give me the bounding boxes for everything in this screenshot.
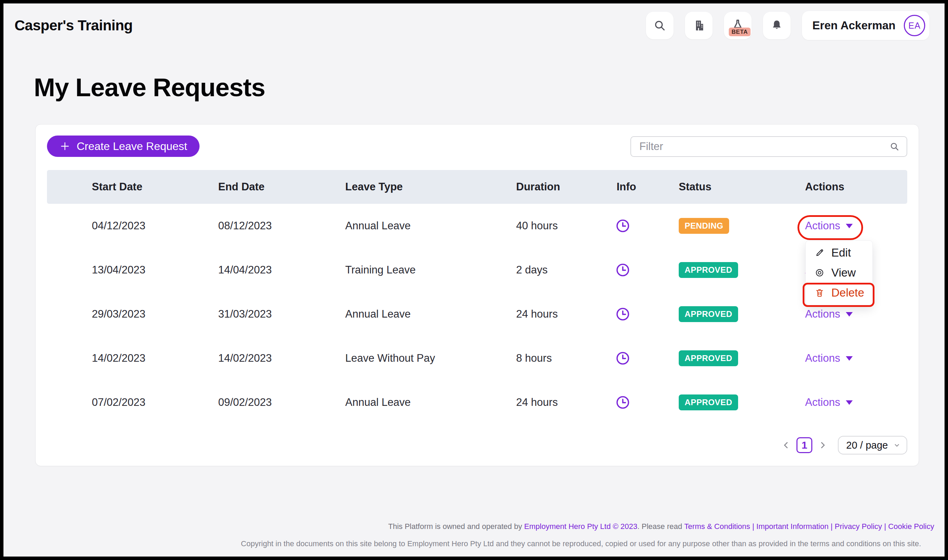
clock-icon [615,218,631,234]
cell-leave-type: Leave Without Pay [345,352,435,365]
footer-text: This Platform is owned and operated by [388,522,524,531]
column-header-end-date: End Date [218,181,264,193]
prev-page-button[interactable] [779,437,793,453]
page-size-value: 20 / page [846,440,888,451]
bell-icon [770,19,783,32]
table-row: 04/12/2023 08/12/2023 Annual Leave 40 ho… [47,204,907,248]
cell-duration: 40 hours [516,220,558,232]
separator: | [750,522,757,531]
next-page-button[interactable] [816,437,829,453]
cell-start-date: 07/02/2023 [92,396,145,409]
search-icon [889,142,900,152]
view-eye-icon [815,268,824,278]
organisation-button[interactable] [685,12,713,39]
create-leave-request-label: Create Leave Request [77,140,187,153]
actions-label: Actions [805,308,840,320]
beta-badge: BETA [729,28,750,36]
chevron-down-icon [846,400,853,405]
create-leave-request-button[interactable]: Create Leave Request [47,135,199,157]
cell-leave-type: Training Leave [345,264,416,276]
footer-text: . Please read [637,522,684,531]
top-bar-actions: BETA Eren Ackerman EA [646,11,929,40]
actions-dropdown-trigger[interactable]: Actions [805,220,853,232]
leave-requests-card: Create Leave Request Start Date End Date… [35,124,919,466]
chevron-down-icon [846,224,853,228]
page-size-select[interactable]: 20 / page [838,436,907,454]
notifications-button[interactable] [763,12,791,39]
table-row: 07/02/2023 09/02/2023 Annual Leave 24 ho… [47,380,907,425]
column-header-start-date: Start Date [92,181,142,193]
page-title: My Leave Requests [34,72,265,103]
cell-leave-type: Annual Leave [345,396,411,409]
chevron-down-icon [846,356,853,361]
search-button[interactable] [646,12,673,39]
app-window: Casper's Training [0,0,948,560]
table-row: 14/02/2023 14/02/2023 Leave Without Pay … [47,336,907,380]
actions-dropdown-trigger[interactable]: Actions [805,352,853,365]
clock-icon [615,350,631,366]
actions-dropdown-trigger[interactable]: Actions [805,308,853,320]
column-header-leave-type: Leave Type [345,181,403,193]
duration-info-button[interactable] [615,306,631,322]
duration-info-button[interactable] [615,350,631,366]
cell-start-date: 13/04/2023 [92,264,145,276]
menu-item-view[interactable]: View [806,263,872,283]
separator: | [829,522,835,531]
status-badge: APPROVED [679,350,738,366]
footer: This Platform is owned and operated by E… [241,522,934,548]
chevron-down-icon [893,441,901,449]
cell-duration: 24 hours [516,308,558,320]
delete-trash-icon [815,288,824,298]
user-name: Eren Ackerman [812,19,896,32]
duration-info-button[interactable] [615,218,631,234]
clock-icon [615,306,631,322]
cell-leave-type: Annual Leave [345,308,411,320]
chevron-left-icon [781,440,791,450]
actions-label: Actions [805,352,840,365]
filter-input[interactable] [630,136,907,157]
duration-info-button[interactable] [615,394,631,410]
table-row: 29/03/2023 31/03/2023 Annual Leave 24 ho… [47,292,907,336]
actions-label: Actions [805,396,840,409]
actions-label: Actions [805,220,840,232]
table-body: 04/12/2023 08/12/2023 Annual Leave 40 ho… [47,204,907,425]
menu-item-edit[interactable]: Edit [806,243,872,263]
cell-duration: 8 hours [516,352,552,365]
duration-info-button[interactable] [615,262,631,278]
cell-end-date: 14/02/2023 [218,352,272,365]
cell-leave-type: Annual Leave [345,220,411,232]
edit-pencil-icon [815,248,824,258]
cell-duration: 2 days [516,264,548,276]
cell-end-date: 14/04/2023 [218,264,272,276]
employment-hero-link[interactable]: Employment Hero Pty Ltd © 2023 [524,522,637,531]
column-header-actions: Actions [805,181,845,193]
avatar-initials: EA [908,21,920,31]
terms-conditions-link[interactable]: Terms & Conditions [684,522,750,531]
cell-end-date: 08/12/2023 [218,220,272,232]
separator: | [882,522,888,531]
footer-line2: Copyright in the documents on this site … [241,539,934,548]
clock-icon [615,394,631,410]
user-menu[interactable]: Eren Ackerman EA [802,11,929,40]
cell-start-date: 29/03/2023 [92,308,145,320]
privacy-policy-link[interactable]: Privacy Policy [835,522,882,531]
status-badge: APPROVED [679,394,738,410]
cookie-policy-link[interactable]: Cookie Policy [888,522,934,531]
actions-dropdown-trigger[interactable]: Actions [805,396,853,409]
current-page-button[interactable]: 1 [797,437,812,453]
menu-item-delete[interactable]: Delete [806,283,872,303]
pagination: 1 20 / page [779,436,907,454]
table-header: Start Date End Date Leave Type Duration … [47,170,907,204]
clock-icon [615,262,631,278]
column-header-duration: Duration [516,181,560,193]
important-information-link[interactable]: Important Information [757,522,829,531]
status-badge: APPROVED [679,306,738,322]
labs-button[interactable]: BETA [724,12,752,39]
filter-field [630,136,907,157]
menu-item-view-label: View [831,266,856,279]
avatar: EA [904,15,925,36]
cell-start-date: 04/12/2023 [92,220,145,232]
column-header-info: Info [617,181,636,193]
brand-title: Casper's Training [14,17,133,34]
status-badge: APPROVED [679,262,738,278]
